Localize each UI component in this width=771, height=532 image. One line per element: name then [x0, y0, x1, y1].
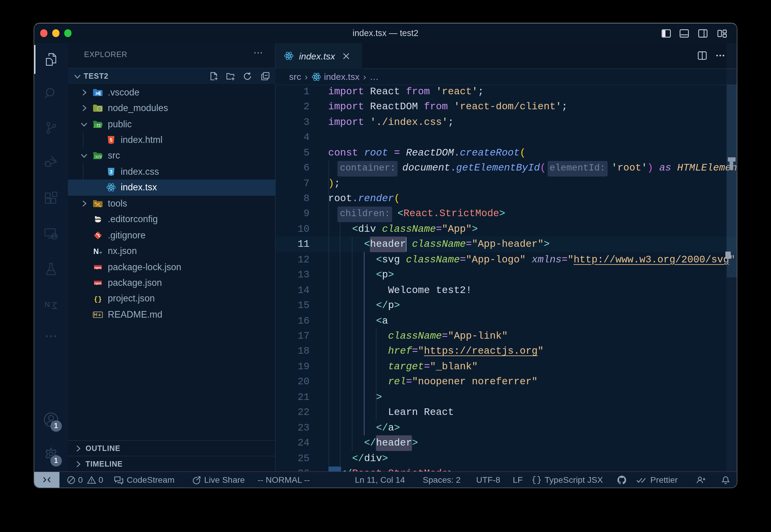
svg-text:N: N: [44, 300, 50, 309]
svg-text:3: 3: [110, 169, 113, 174]
svg-text:npm: npm: [95, 281, 102, 285]
svg-text:JS: JS: [98, 107, 101, 110]
svg-text:{}: {}: [94, 296, 102, 304]
svg-text:5: 5: [110, 138, 113, 143]
svg-text:</>: </>: [96, 155, 102, 159]
svg-text:npm: npm: [95, 265, 102, 269]
svg-text:N: N: [94, 247, 99, 255]
